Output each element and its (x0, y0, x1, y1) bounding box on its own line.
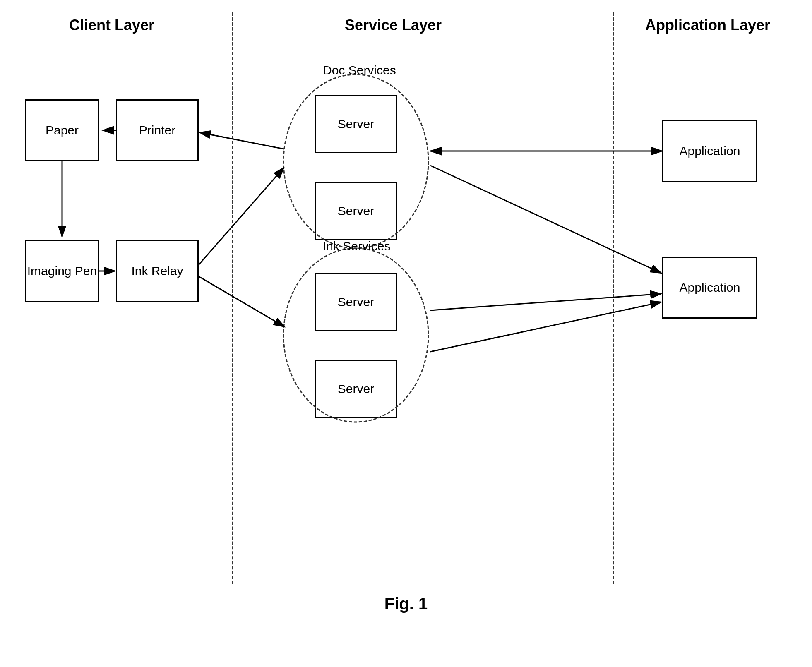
divider-service-application (613, 12, 614, 584)
svg-line-8 (199, 276, 285, 327)
server-doc2-box: Server (315, 182, 397, 240)
ink-relay-box: Ink Relay (116, 240, 199, 302)
divider-client-service (232, 12, 233, 584)
figure-label: Fig. 1 (384, 595, 428, 613)
application1-box: Application (662, 120, 757, 182)
server-ink2-box: Server (315, 360, 397, 418)
svg-line-9 (199, 132, 284, 149)
paper-box: Paper (25, 99, 99, 161)
doc-services-label: Doc Services (323, 63, 396, 77)
ink-services-label: Ink Services (323, 239, 390, 253)
svg-line-13 (430, 302, 661, 352)
svg-line-11 (430, 166, 661, 273)
application2-box: Application (662, 257, 757, 319)
printer-box: Printer (116, 99, 199, 161)
svg-line-7 (199, 168, 284, 265)
service-layer-header: Service Layer (290, 17, 497, 34)
client-layer-header: Client Layer (33, 17, 190, 34)
svg-line-12 (430, 294, 661, 310)
server-doc1-box: Server (315, 95, 397, 153)
diagram: Client Layer Service Layer Application L… (0, 0, 812, 667)
application-layer-header: Application Layer (629, 17, 786, 34)
server-ink1-box: Server (315, 273, 397, 331)
imaging-pen-box: Imaging Pen (25, 240, 99, 302)
